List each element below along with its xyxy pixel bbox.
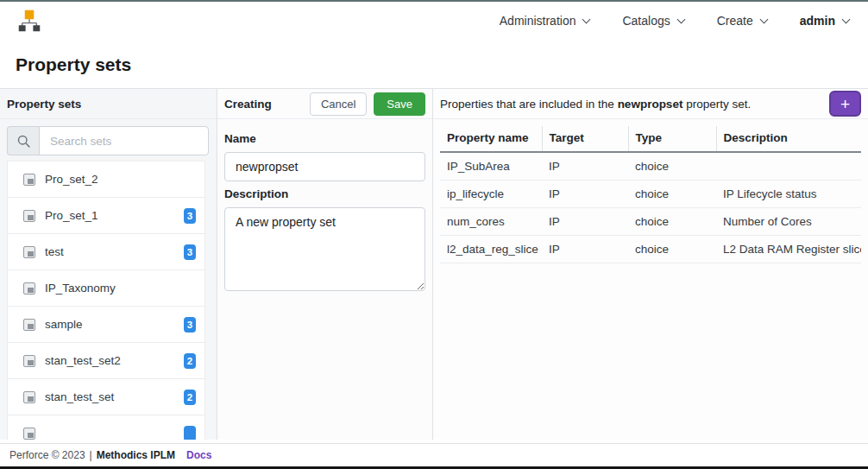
user-name: admin: [800, 14, 835, 28]
property-set-name: sample: [45, 318, 83, 331]
cancel-button[interactable]: Cancel: [310, 92, 367, 116]
property-set-icon: [23, 428, 35, 440]
footer-copyright: Perforce © 2023: [9, 449, 85, 461]
property-cell: choice: [628, 181, 716, 208]
property-count-badge: 2: [184, 353, 196, 369]
property-cell: choice: [628, 208, 716, 236]
editor-panel-header: Creating Cancel Save: [217, 89, 432, 119]
chevron-down-icon: [676, 15, 685, 23]
property-cell: num_cores: [440, 208, 542, 236]
nav-menu-administration[interactable]: Administration: [500, 14, 590, 28]
main-content: Property sets Pro_set_2 Pro_set_1 3 test…: [0, 88, 868, 440]
property-set-icon: [23, 210, 35, 222]
column-header: Description: [716, 126, 861, 152]
property-cell: choice: [628, 236, 716, 263]
property-cell: l2_data_reg_slice: [440, 236, 542, 263]
property-set-list-item[interactable]: stan_test_set 2: [8, 379, 204, 415]
properties-table: Property nameTargetTypeDescription IP_Su…: [440, 126, 861, 263]
included-properties-caption: Properties that are included in the newp…: [440, 98, 751, 111]
property-cell: IP Lifecycle status: [716, 181, 861, 208]
column-header: Property name: [440, 126, 542, 152]
property-cell: IP_SubArea: [440, 152, 542, 181]
property-cell: IP: [542, 152, 628, 181]
property-set-name: Pro_set_2: [45, 173, 98, 186]
property-sets-panel-header: Property sets: [0, 89, 217, 119]
property-set-name: stan_test_set: [45, 390, 114, 403]
property-set-icon: [23, 282, 35, 295]
properties-table-head: Property nameTargetTypeDescription: [440, 126, 861, 152]
property-set-icon: [23, 355, 35, 367]
nav-menu-label: Create: [717, 14, 753, 28]
description-label: Description: [224, 187, 425, 200]
included-properties-header: Properties that are included in the newp…: [433, 89, 868, 119]
property-set-list: Pro_set_2 Pro_set_1 3 test 3 IP_Taxonomy…: [7, 161, 205, 440]
property-cell: IP: [542, 208, 628, 236]
nav-menu-label: Administration: [500, 14, 576, 28]
save-button[interactable]: Save: [374, 92, 425, 116]
property-cell: choice: [628, 152, 716, 181]
search-icon: [16, 134, 31, 149]
chevron-down-icon: [842, 15, 851, 23]
footer: Perforce © 2023 | Methodics IPLM Docs: [0, 443, 868, 466]
property-count-badge: 3: [184, 208, 196, 224]
navbar: Administration Catalogs Create admin: [0, 2, 868, 40]
search-input[interactable]: [39, 126, 209, 155]
property-cell: L2 Data RAM Register slice: [716, 236, 861, 263]
property-cell: IP: [542, 236, 628, 263]
nav-menu-user[interactable]: admin: [800, 14, 849, 28]
editor-form: Name Description A new property set: [217, 119, 432, 301]
app-logo[interactable]: [16, 7, 43, 35]
nav-menu-catalogs[interactable]: Catalogs: [622, 14, 683, 28]
name-field[interactable]: [224, 152, 425, 181]
name-label: Name: [224, 132, 425, 145]
column-header: Type: [628, 126, 716, 152]
property-count-badge: 2: [184, 390, 196, 405]
footer-brand: Methodics IPLM: [97, 449, 175, 461]
property-set-icon: [23, 246, 35, 258]
page-title: Property sets: [16, 54, 852, 75]
footer-separator: |: [90, 449, 92, 461]
nav-menu-create[interactable]: Create: [717, 14, 767, 28]
property-row[interactable]: IP_SubAreaIPchoice: [440, 152, 861, 181]
property-count-badge: 3: [184, 317, 196, 333]
property-count-badge: 3: [184, 244, 196, 260]
chevron-down-icon: [759, 15, 768, 23]
caption-propset-name: newpropset: [618, 98, 683, 111]
panel-title: Property sets: [7, 98, 81, 111]
plus-icon: +: [840, 96, 850, 112]
nav-menu-label: Catalogs: [622, 14, 670, 28]
add-property-button[interactable]: +: [829, 91, 861, 117]
caption-prefix: Properties that are included in the: [440, 98, 618, 111]
description-field[interactable]: A new property set: [224, 207, 425, 291]
property-sets-panel: Property sets Pro_set_2 Pro_set_1 3 test…: [0, 89, 217, 440]
property-row[interactable]: num_coresIPchoiceNumber of Cores: [440, 208, 861, 236]
editor-panel: Creating Cancel Save Name Description A …: [217, 89, 433, 440]
property-row[interactable]: ip_lifecycleIPchoiceIP Lifecycle status: [440, 181, 861, 208]
property-row[interactable]: l2_data_reg_sliceIPchoiceL2 Data RAM Reg…: [440, 236, 861, 263]
property-set-icon: [23, 174, 35, 186]
property-set-icon: [23, 391, 35, 403]
docs-link[interactable]: Docs: [186, 449, 211, 461]
property-set-list-item[interactable]: Pro_set_1 3: [8, 198, 204, 234]
column-header: Target: [542, 126, 628, 152]
hierarchy-logo-icon: [17, 9, 41, 33]
property-set-list-item[interactable]: stan_test_set2 2: [8, 343, 204, 379]
property-set-list-item[interactable]: Pro_set_2: [8, 162, 204, 198]
property-set-list-item[interactable]: test 3: [8, 234, 204, 270]
caption-suffix: property set.: [682, 98, 751, 111]
property-set-icon: [23, 319, 35, 331]
property-set-list-item[interactable]: [8, 415, 204, 440]
property-cell: [716, 152, 861, 181]
property-count-badge: [184, 426, 196, 440]
property-cell: Number of Cores: [716, 208, 861, 236]
property-set-list-item[interactable]: sample 3: [8, 307, 204, 343]
search-row: [7, 126, 209, 155]
property-set-name: IP_Taxonomy: [45, 282, 116, 295]
property-set-list-wrap: Pro_set_2 Pro_set_1 3 test 3 IP_Taxonomy…: [0, 161, 217, 440]
property-set-name: stan_test_set2: [45, 354, 121, 367]
property-set-name: Pro_set_1: [45, 209, 98, 222]
editor-actions: Cancel Save: [310, 92, 425, 116]
property-set-list-item[interactable]: IP_Taxonomy: [8, 270, 204, 307]
search-icon-box: [7, 126, 39, 155]
included-properties-panel: Properties that are included in the newp…: [433, 89, 868, 440]
